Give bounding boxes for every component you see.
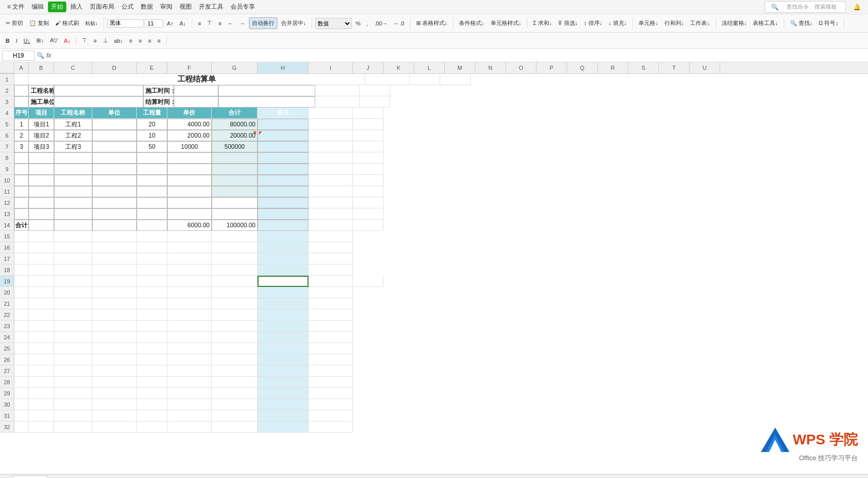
cell-B26[interactable] <box>29 354 54 365</box>
cell-I29[interactable] <box>309 388 353 399</box>
cell-A8[interactable] <box>14 152 29 164</box>
cell-I22[interactable] <box>309 309 353 321</box>
cell-C28[interactable] <box>54 377 92 388</box>
cell-A21[interactable] <box>14 298 29 309</box>
cell-C17[interactable] <box>54 253 92 264</box>
cell-E8[interactable] <box>137 152 167 164</box>
cell-F17[interactable] <box>167 253 212 264</box>
cell-H19[interactable] <box>258 276 309 287</box>
cell-J12[interactable] <box>353 197 384 208</box>
cell-I25[interactable] <box>309 343 353 354</box>
col-header-C[interactable]: C <box>54 62 92 73</box>
cell-B2[interactable]: 工程名称： <box>29 85 54 96</box>
menu-start[interactable]: 开始 <box>48 2 66 12</box>
cell-E9[interactable] <box>137 164 167 175</box>
cell-reference-box[interactable]: H19 <box>2 50 35 61</box>
cell-F18[interactable] <box>167 264 212 276</box>
cell-J11[interactable] <box>353 186 384 197</box>
row-num-28[interactable]: 28 <box>0 377 14 388</box>
cell-D25[interactable] <box>92 343 137 354</box>
cell-E2[interactable]: 施工时间： <box>143 85 174 96</box>
cell-C19[interactable] <box>54 276 92 287</box>
cell-C25[interactable] <box>54 343 92 354</box>
cell-A17[interactable] <box>14 253 29 264</box>
cell-A9[interactable] <box>14 164 29 175</box>
cell-F31[interactable] <box>167 410 212 421</box>
cell-F23[interactable] <box>167 321 212 332</box>
menu-member[interactable]: 会员专享 <box>227 2 258 12</box>
cell-I28[interactable] <box>309 377 353 388</box>
cell-F5[interactable]: 4000.00 <box>167 119 212 130</box>
cell-A25[interactable] <box>14 343 29 354</box>
col-header-H[interactable]: H <box>258 62 309 73</box>
cell-I23[interactable] <box>309 321 353 332</box>
justify-button[interactable]: ≡ <box>155 36 163 45</box>
row-num-12[interactable]: 12 <box>0 197 14 208</box>
cell-A22[interactable] <box>14 309 29 321</box>
cell-B20[interactable] <box>29 287 54 298</box>
cell-F11[interactable] <box>167 186 212 197</box>
cell-I1[interactable] <box>365 74 410 85</box>
cell-D7[interactable] <box>92 141 137 152</box>
fill-color-button[interactable]: A▽ <box>47 36 60 45</box>
cell-B4-project[interactable]: 项目 <box>29 108 54 119</box>
col-header-M[interactable]: M <box>445 62 475 73</box>
cell-I20[interactable] <box>309 287 353 298</box>
cell-I3[interactable] <box>315 96 360 108</box>
cell-H18[interactable] <box>258 264 309 276</box>
row-num-29[interactable]: 29 <box>0 388 14 399</box>
cell-D18[interactable] <box>92 264 137 276</box>
col-header-R[interactable]: R <box>598 62 628 73</box>
cell-D9[interactable] <box>92 164 137 175</box>
cell-E20[interactable] <box>137 287 167 298</box>
cell-I24[interactable] <box>309 332 353 343</box>
decrease-decimal-button[interactable]: ←.0 <box>391 19 406 28</box>
cell-C24[interactable] <box>54 332 92 343</box>
cell-I30[interactable] <box>309 399 353 410</box>
cell-I13[interactable] <box>309 208 353 220</box>
notification-icon[interactable]: 🔔 <box>850 3 864 12</box>
cell-F24[interactable] <box>167 332 212 343</box>
cell-F25[interactable] <box>167 343 212 354</box>
row-num-13[interactable]: 13 <box>0 208 14 220</box>
align-center-top-button[interactable]: ⊤ <box>205 18 215 28</box>
cell-I26[interactable] <box>309 354 353 365</box>
cell-E14[interactable] <box>137 220 167 231</box>
cell-F30[interactable] <box>167 399 212 410</box>
row-num-17[interactable]: 17 <box>0 253 14 264</box>
cell-H12[interactable] <box>258 197 309 208</box>
cell-I4[interactable] <box>309 108 353 119</box>
row-num-4[interactable]: 4 <box>0 108 14 119</box>
cell-E3[interactable]: 结算时间： <box>143 96 174 108</box>
cell-D15[interactable] <box>92 231 137 242</box>
cell-B6[interactable]: 项目2 <box>29 130 54 141</box>
cell-F7[interactable]: 10000 <box>167 141 212 152</box>
cell-C20[interactable] <box>54 287 92 298</box>
cell-I9[interactable] <box>309 164 353 175</box>
formula-input[interactable] <box>53 50 866 61</box>
cell-F14[interactable]: 6000.00 <box>167 220 212 231</box>
cell-H31[interactable] <box>258 410 309 421</box>
decrease-font-button[interactable]: A↓ <box>177 19 189 28</box>
border-button[interactable]: ⊞↓ <box>34 36 46 45</box>
row-num-6[interactable]: 6 <box>0 130 14 141</box>
cell-F2[interactable] <box>174 85 218 96</box>
row-col-button[interactable]: 行和列↓ <box>662 18 687 29</box>
cell-C16[interactable] <box>54 242 92 253</box>
cell-C8[interactable] <box>54 152 92 164</box>
row-num-32[interactable]: 32 <box>0 421 14 433</box>
cell-H25[interactable] <box>258 343 309 354</box>
sheet-tab-1[interactable]: Sheet1 <box>13 475 47 479</box>
cell-H20[interactable] <box>258 287 309 298</box>
cell-H26[interactable] <box>258 354 309 365</box>
cell-B25[interactable] <box>29 343 54 354</box>
cell-G16[interactable] <box>212 242 258 253</box>
cell-E18[interactable] <box>137 264 167 276</box>
cell-B21[interactable] <box>29 298 54 309</box>
cell-E11[interactable] <box>137 186 167 197</box>
cell-H28[interactable] <box>258 377 309 388</box>
cell-G9[interactable] <box>212 164 258 175</box>
cell-C23[interactable] <box>54 321 92 332</box>
cell-J1[interactable] <box>410 74 440 85</box>
cell-A30[interactable] <box>14 399 29 410</box>
